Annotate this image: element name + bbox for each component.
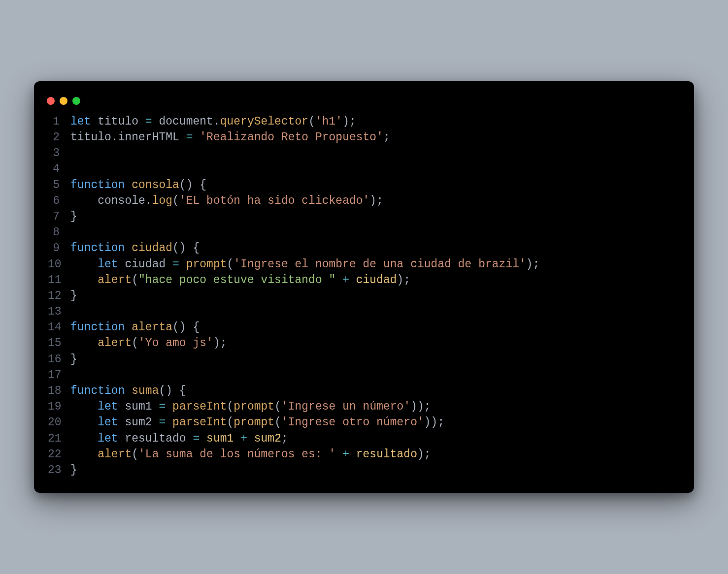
- code-content[interactable]: let titulo = document.querySelector('h1'…: [70, 114, 356, 129]
- code-line[interactable]: 9function ciudad() {: [48, 240, 680, 256]
- code-editor[interactable]: 1let titulo = document.querySelector('h1…: [34, 114, 694, 478]
- token-pun: () {: [159, 384, 186, 397]
- code-line[interactable]: 2titulo.innerHTML = 'Realizando Reto Pro…: [48, 129, 680, 145]
- token-str: 'Ingrese otro número': [281, 416, 424, 429]
- code-line[interactable]: 20 let sum2 = parseInt(prompt('Ingrese o…: [48, 415, 680, 430]
- token-op: +: [342, 448, 349, 461]
- token-pun: ;: [383, 131, 390, 144]
- token-pun: (: [274, 416, 281, 429]
- token-id: titulo: [70, 131, 111, 144]
- line-number: 23: [48, 462, 70, 478]
- line-number: 4: [48, 161, 70, 177]
- token-op: =: [159, 400, 165, 413]
- token-fn: alerta: [132, 321, 172, 334]
- token-pun: (: [132, 448, 138, 461]
- code-line[interactable]: 1let titulo = document.querySelector('h1…: [48, 114, 680, 129]
- line-number: 20: [48, 415, 70, 430]
- code-line[interactable]: 4: [48, 161, 680, 177]
- token-id: [233, 432, 240, 445]
- token-id: [199, 432, 206, 445]
- code-content[interactable]: let sum1 = parseInt(prompt('Ingrese un n…: [70, 399, 431, 415]
- code-line[interactable]: 15 alert('Yo amo js');: [48, 335, 680, 351]
- token-pun: );: [526, 258, 540, 271]
- line-number: 2: [48, 129, 70, 145]
- code-line[interactable]: 23}: [48, 462, 680, 478]
- token-fn: alert: [98, 448, 132, 461]
- code-line[interactable]: 18function suma() {: [48, 383, 680, 399]
- code-content[interactable]: }: [70, 462, 77, 478]
- close-icon[interactable]: [47, 97, 55, 105]
- code-line[interactable]: 6 console.log('EL botón ha sido clickead…: [48, 193, 680, 209]
- code-content[interactable]: let resultado = sum1 + sum2;: [70, 431, 288, 446]
- token-str: 'Ingrese el nombre de una ciudad de braz…: [233, 258, 526, 271]
- code-content[interactable]: function ciudad() {: [70, 240, 199, 256]
- code-line[interactable]: 7}: [48, 209, 680, 224]
- code-line[interactable]: 11 alert("hace poco estuve visitando " +…: [48, 272, 680, 288]
- minimize-icon[interactable]: [60, 97, 67, 105]
- token-id: [193, 131, 199, 144]
- code-line[interactable]: 13: [48, 304, 680, 319]
- token-fn: alert: [98, 337, 132, 350]
- code-line[interactable]: 8: [48, 224, 680, 240]
- token-op: =: [172, 258, 179, 271]
- token-id: document: [152, 115, 213, 128]
- code-line[interactable]: 21 let resultado = sum1 + sum2;: [48, 431, 680, 446]
- token-id: sum2: [125, 416, 159, 429]
- code-content[interactable]: alert('La suma de los números es: ' + re…: [70, 446, 431, 462]
- token-pun: }: [70, 289, 77, 302]
- token-id: innerHTML: [118, 131, 186, 144]
- code-line[interactable]: 14function alerta() {: [48, 319, 680, 335]
- token-op: =: [159, 416, 165, 429]
- code-line[interactable]: 17: [48, 367, 680, 383]
- code-line[interactable]: 22 alert('La suma de los números es: ' +…: [48, 446, 680, 462]
- token-str: 'h1': [315, 115, 342, 128]
- code-content[interactable]: function consola() {: [70, 177, 206, 193]
- line-number: 12: [48, 288, 70, 304]
- token-pun: );: [213, 337, 227, 350]
- code-content[interactable]: }: [70, 351, 77, 367]
- token-id: [335, 274, 342, 287]
- token-pun: .: [145, 194, 152, 207]
- token-id: [165, 416, 172, 429]
- maximize-icon[interactable]: [72, 97, 80, 105]
- token-kw: let: [70, 115, 98, 128]
- token-str: 'EL botón ha sido clickeado': [179, 194, 369, 207]
- token-id: [70, 400, 98, 413]
- line-number: 1: [48, 114, 70, 129]
- code-content[interactable]: function alerta() {: [70, 319, 199, 335]
- token-fn: prompt: [233, 416, 274, 429]
- token-kw: let: [98, 258, 125, 271]
- token-pun: () {: [172, 321, 199, 334]
- code-content[interactable]: }: [70, 288, 77, 304]
- code-content[interactable]: alert('Yo amo js');: [70, 335, 227, 351]
- code-content[interactable]: console.log('EL botón ha sido clickeado'…: [70, 193, 383, 209]
- token-fn: parseInt: [172, 400, 227, 413]
- code-line[interactable]: 16}: [48, 351, 680, 367]
- code-line[interactable]: 10 let ciudad = prompt('Ingrese el nombr…: [48, 256, 680, 272]
- token-pun: (: [274, 400, 281, 413]
- token-op: =: [186, 131, 193, 144]
- line-number: 17: [48, 367, 70, 383]
- code-line[interactable]: 12}: [48, 288, 680, 304]
- token-kw: let: [98, 432, 125, 445]
- token-pun: (: [172, 194, 179, 207]
- code-content[interactable]: let sum2 = parseInt(prompt('Ingrese otro…: [70, 415, 444, 430]
- token-op: +: [240, 432, 247, 445]
- token-var: ciudad: [356, 274, 397, 287]
- line-number: 11: [48, 272, 70, 288]
- token-fn: prompt: [233, 400, 274, 413]
- token-id: resultado: [125, 432, 193, 445]
- code-content[interactable]: let ciudad = prompt('Ingrese el nombre d…: [70, 256, 539, 272]
- code-line[interactable]: 3: [48, 145, 680, 161]
- code-line[interactable]: 5function consola() {: [48, 177, 680, 193]
- token-pun: );: [342, 115, 356, 128]
- token-id: titulo: [98, 115, 145, 128]
- code-content[interactable]: titulo.innerHTML = 'Realizando Reto Prop…: [70, 129, 390, 145]
- token-id: [70, 448, 98, 461]
- token-id: [349, 274, 356, 287]
- token-str: 'Realizando Reto Propuesto': [199, 131, 383, 144]
- code-content[interactable]: function suma() {: [70, 383, 186, 399]
- code-content[interactable]: alert("hace poco estuve visitando " + ci…: [70, 272, 410, 288]
- code-line[interactable]: 19 let sum1 = parseInt(prompt('Ingrese u…: [48, 399, 680, 415]
- code-content[interactable]: }: [70, 209, 77, 224]
